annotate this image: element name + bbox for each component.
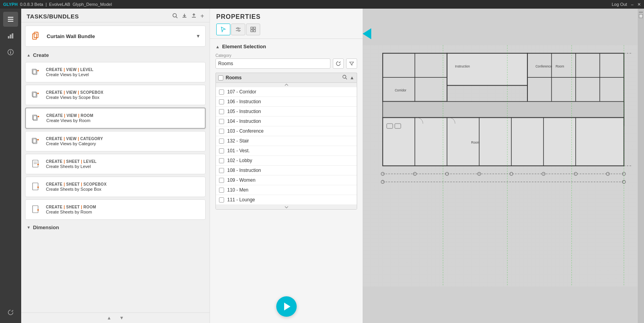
task-icon-view-category	[30, 135, 42, 147]
svg-rect-57	[383, 102, 624, 118]
task-text-sheet-level: CREATE | SHEET | LEVEL Create Sheets by …	[46, 159, 97, 169]
room-item-103[interactable]: 103 - Conference	[216, 126, 357, 136]
task-create-view-scopebox[interactable]: CREATE | VIEW | SCOPEBOX Create Views by…	[25, 85, 206, 105]
rooms-collapse-icon[interactable]: ▲	[350, 75, 354, 80]
svg-rect-0	[8, 17, 13, 18]
svg-rect-8	[10, 51, 11, 51]
app-version: 0.0.8.3 Beta	[20, 2, 43, 7]
scroll-up-arrow[interactable]: ▲	[107, 315, 111, 321]
room-checkbox-110[interactable]	[219, 188, 224, 193]
task-create-sheet-room[interactable]: CREATE | SHEET | ROOM Create Sheets by R…	[25, 199, 206, 220]
filter-button[interactable]	[346, 58, 357, 69]
list-scroll-down[interactable]	[216, 205, 357, 209]
room-item-132[interactable]: 132 - Stair	[216, 136, 357, 146]
tasks-header: TASKS/BUNDLES +	[21, 9, 210, 22]
room-item-101[interactable]: 101 - Vest.	[216, 146, 357, 156]
room-checkbox-109[interactable]	[219, 178, 224, 183]
app-logo: GLYPH	[3, 2, 18, 7]
room-checkbox-111[interactable]	[219, 197, 224, 203]
run-button-container	[210, 290, 363, 323]
task-create-view-room[interactable]: CREATE | VIEW | ROOM Create Views by Roo…	[25, 108, 206, 129]
rooms-search-icon[interactable]	[342, 75, 347, 81]
tab-cursor[interactable]	[216, 24, 230, 35]
room-item-106[interactable]: 106 - Instruction	[216, 97, 357, 107]
task-title-sheet-room: CREATE | SHEET | ROOM	[46, 205, 96, 209]
right-edge-box[interactable]	[639, 14, 643, 18]
svg-rect-1	[8, 19, 13, 20]
properties-tabs	[216, 24, 356, 35]
create-section-header[interactable]: ▲ Create	[25, 50, 206, 60]
dimension-section-header[interactable]: ▼ Dimension	[25, 222, 206, 233]
sidebar-item-refresh[interactable]	[3, 305, 18, 320]
category-row: Rooms Levels Scope Boxes Categories	[215, 58, 357, 69]
room-checkbox-105[interactable]	[219, 109, 224, 114]
bundle-item-left: Curtain Wall Bundle	[30, 30, 95, 42]
task-text-sheet-scopebox: CREATE | SHEET | SCOPEBOX Create Sheets …	[46, 182, 107, 192]
room-checkbox-107[interactable]	[219, 89, 224, 95]
close-button[interactable]: ✕	[637, 2, 641, 7]
company-name: EvolveLAB	[49, 2, 70, 7]
svg-rect-47	[254, 27, 255, 29]
run-button[interactable]	[276, 296, 297, 317]
room-checkbox-108[interactable]	[219, 168, 224, 173]
blueprint-area: Corridor Instruction Conference Room Roo…	[363, 9, 644, 323]
room-checkbox-106[interactable]	[219, 99, 224, 104]
minimize-button[interactable]: –	[631, 2, 633, 7]
room-item-110[interactable]: 110 - Men	[216, 185, 357, 195]
room-item-102[interactable]: 102 - Lobby	[216, 156, 357, 166]
task-subtitle-sheet-scopebox: Create Sheets by Scope Box	[46, 187, 107, 192]
room-item-111[interactable]: 111 - Lounge	[216, 195, 357, 205]
element-selection-header: ▲ Element Selection	[215, 44, 357, 49]
room-checkbox-132[interactable]	[219, 139, 224, 144]
task-create-view-level[interactable]: CREATE | VIEW | LEVEL Create Views by Le…	[25, 62, 206, 82]
tasks-title: TASKS/BUNDLES	[27, 13, 79, 20]
bundle-item[interactable]: Curtain Wall Bundle ▼	[25, 26, 206, 47]
sidebar-item-tasks[interactable]	[3, 12, 18, 27]
refresh-button[interactable]	[333, 58, 344, 69]
search-icon[interactable]	[172, 13, 178, 20]
element-selection-expand[interactable]: ▲	[215, 44, 220, 49]
rooms-list-body: 107 - Corridor 106 - Instruction 105 - I…	[215, 82, 357, 210]
task-create-view-category[interactable]: CREATE | VIEW | CATEGORY Create Views by…	[25, 131, 206, 151]
run-icon	[284, 303, 290, 310]
room-name-103: 103 - Conference	[227, 128, 264, 134]
room-checkbox-102[interactable]	[219, 158, 224, 163]
rooms-select-all-checkbox[interactable]	[218, 75, 223, 80]
upload-icon[interactable]	[191, 13, 197, 20]
room-checkbox-103[interactable]	[219, 129, 224, 134]
scroll-down-arrow[interactable]: ▼	[119, 315, 124, 321]
task-create-sheet-level[interactable]: CREATE | SHEET | LEVEL Create Sheets by …	[25, 154, 206, 174]
room-item-108[interactable]: 108 - Instruction	[216, 166, 357, 175]
list-scroll-up[interactable]	[216, 83, 357, 87]
task-create-sheet-scopebox[interactable]: CREATE | SHEET | SCOPEBOX Create Sheets …	[25, 177, 206, 197]
right-edge-controls	[638, 9, 644, 323]
sidebar-item-chart[interactable]	[3, 28, 18, 43]
room-item-107[interactable]: 107 - Corridor	[216, 87, 357, 97]
room-name-105: 105 - Instruction	[227, 109, 261, 114]
category-select[interactable]: Rooms Levels Scope Boxes Categories	[215, 58, 330, 69]
properties-title: PROPERTIES	[216, 13, 356, 20]
svg-point-43	[237, 27, 239, 29]
bundle-icon	[30, 30, 43, 42]
logout-button[interactable]: Log Out	[612, 2, 627, 7]
svg-line-10	[176, 16, 177, 18]
right-edge-line	[639, 12, 643, 13]
room-checkbox-104[interactable]	[219, 119, 224, 124]
sidebar-item-info[interactable]	[3, 45, 18, 60]
room-checkbox-101[interactable]	[219, 148, 224, 153]
room-name-111: 111 - Lounge	[227, 197, 255, 203]
room-name-106: 106 - Instruction	[227, 99, 261, 104]
task-icon-sheet-level	[30, 158, 42, 170]
room-item-105[interactable]: 105 - Instruction	[216, 107, 357, 117]
tab-sliders[interactable]	[231, 24, 245, 35]
svg-rect-11	[33, 34, 36, 39]
add-button[interactable]: +	[201, 13, 204, 20]
tab-grid[interactable]	[246, 24, 260, 35]
room-item-104[interactable]: 104 - Instruction	[216, 117, 357, 126]
room-item-109[interactable]: 109 - Women	[216, 175, 357, 185]
download-icon[interactable]	[182, 13, 187, 20]
svg-rect-39	[33, 206, 38, 213]
title-bar-left: GLYPH 0.0.8.3 Beta | EvolveLAB Glyph_Dem…	[3, 2, 112, 7]
task-title-view-category: CREATE | VIEW | CATEGORY	[46, 137, 103, 141]
tasks-body: Curtain Wall Bundle ▼ ▲ Create	[21, 22, 210, 312]
